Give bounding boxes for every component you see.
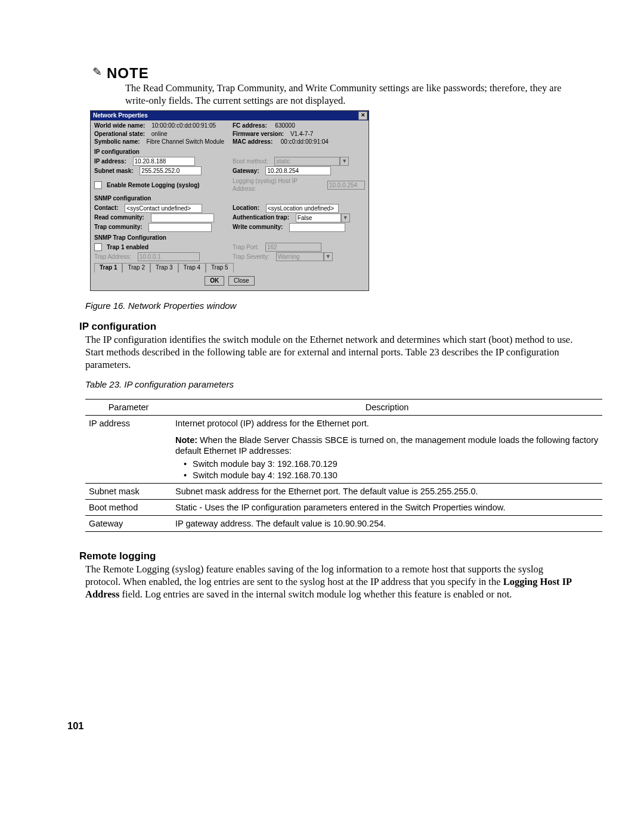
remote-logging-label: Enable Remote Logging (syslog) [107,182,200,190]
writec-input[interactable] [289,223,345,232]
auth-label: Authentication trap: [233,214,289,222]
location-label: Location: [233,205,259,212]
tab-trap5[interactable]: Trap 5 [206,263,234,272]
note-heading: NOTE [107,64,149,82]
table-caption: Table 23. IP configuration parameters [85,379,602,391]
mac-value: 00:c0:dd:00:91:04 [281,138,329,146]
close-button[interactable]: Close [228,276,255,286]
note-text: The Read Community, Trap Community, and … [125,82,578,107]
sym-label: Symbolic name: [94,138,140,146]
figure-caption: Figure 16. Network Properties window [85,301,602,312]
trapport-label: Trap Port: [233,244,259,252]
remote-logging-heading: Remote logging [79,550,602,562]
fw-value: V1.4-7-7 [290,131,313,138]
paragraph-text: The Remote Logging (syslog) feature enab… [85,563,543,587]
table-row-param: Subnet mask [85,483,172,499]
trap1-checkbox[interactable] [94,243,102,251]
table-row-desc: IP gateway address. The default value is… [172,515,602,531]
trapaddr-input: 10.0.0.1 [138,252,200,261]
auth-select[interactable]: False [296,213,341,222]
tab-trap2[interactable]: Trap 2 [122,263,150,272]
contact-label: Contact: [94,205,119,212]
network-properties-window: Network Properties ✕ World wide name: 10… [90,110,369,291]
note-content: When the Blade Server Chassis SBCE is tu… [175,435,598,456]
ip-config-paragraph: The IP configuration identifies the swit… [85,334,580,371]
read-input[interactable] [151,213,214,222]
note-icon: ✎ [92,65,102,79]
fcaddr-label: FC address: [233,122,267,130]
op-value: online [151,131,168,138]
chevron-down-icon: ▼ [324,252,333,261]
trap1-label: Trap 1 enabled [107,244,148,252]
tab-trap4[interactable]: Trap 4 [178,263,206,272]
wwn-value: 10:00:00:c0:dd:00:91:05 [151,122,216,130]
list-item: Switch module bay 4: 192.168.70.130 [184,470,599,481]
table-header-desc: Description [172,399,602,415]
ipaddr-input[interactable]: 10.20.8.188 [133,157,195,166]
table-row-param: IP address [85,416,172,484]
note-prefix: Note: [175,435,197,445]
boot-label: Boot method: [233,158,268,166]
wwn-label: World wide name: [94,122,145,130]
boot-select: static [274,157,340,166]
ip-config-section: IP configuration [94,148,365,156]
subnet-label: Subnet mask: [94,168,134,175]
subnet-input[interactable]: 255.255.252.0 [140,166,202,175]
fw-label: Firmware version: [233,131,284,138]
op-label: Operational state: [94,131,145,138]
fcaddr-value: 630000 [275,122,295,130]
mac-label: MAC address: [233,138,273,146]
table-row-desc: Subnet mask address for the Ethernet por… [172,483,602,499]
trapsev-select: Warning [276,252,324,261]
contact-input[interactable]: <sysContact undefined> [125,204,202,213]
snmp-config-section: SNMP configuration [94,195,365,203]
table-row-param: Boot method [85,499,172,515]
read-label: Read community: [94,214,144,222]
dialog-title: Network Properties [93,112,148,120]
trapaddr-label: Trap Address: [94,253,131,261]
trapc-input[interactable] [148,223,212,232]
gateway-label: Gateway: [233,168,259,175]
tab-trap3[interactable]: Trap 3 [150,263,178,272]
ip-config-heading: IP configuration [79,320,602,333]
page-number: 101 [67,720,602,732]
table-row-desc: Static - Uses the IP configuration param… [172,499,602,515]
gateway-input[interactable]: 10.20.8.254 [265,166,331,175]
sym-value: Fibre Channel Switch Module [146,138,224,146]
loghost-input: 10.0.0.254 [327,181,365,190]
table-cell-text: Internet protocol (IP) address for the E… [175,419,369,428]
table-row-param: Gateway [85,515,172,531]
writec-label: Write community: [233,224,283,231]
paragraph-text: field. Log entries are saved in the inte… [119,589,512,600]
trapsev-label: Trap Severity: [233,253,270,261]
ip-config-table: Parameter Description IP address Interne… [85,399,602,532]
remote-logging-paragraph: The Remote Logging (syslog) feature enab… [85,563,580,600]
tab-trap1[interactable]: Trap 1 [94,263,122,272]
ipaddr-label: IP address: [94,158,126,166]
chevron-down-icon[interactable]: ▼ [341,213,350,222]
location-input[interactable]: <sysLocation undefined> [266,204,339,213]
snmp-trap-section: SNMP Trap Configuration [94,234,365,242]
remote-logging-checkbox[interactable] [94,181,102,189]
table-row-desc: Internet protocol (IP) address for the E… [172,416,602,484]
loghost-label: Logging (syslog) Host IP Address: [233,178,321,193]
trapport-input: 162 [265,243,321,252]
trapc-label: Trap community: [94,224,143,231]
chevron-down-icon: ▼ [340,157,349,166]
table-header-param: Parameter [85,399,172,415]
ok-button[interactable]: OK [205,276,224,286]
close-icon[interactable]: ✕ [358,112,367,120]
list-item: Switch module bay 3: 192.168.70.129 [184,459,599,469]
